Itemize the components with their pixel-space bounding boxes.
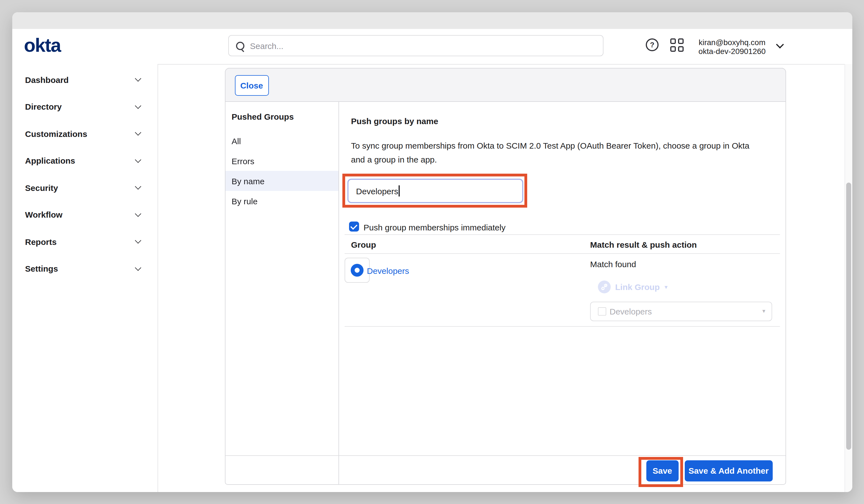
sidebar-item-label: Applications <box>25 156 75 165</box>
table-header-border <box>344 253 780 254</box>
page-title: Push groups by name <box>351 116 438 126</box>
account-org-id: okta-dev-20901260 <box>692 47 772 56</box>
sidebar-item-label: Security <box>25 183 58 192</box>
group-name-input[interactable]: Developers <box>347 179 523 203</box>
description-text: To sync group memberships from Okta to S… <box>351 139 764 166</box>
chevron-down-icon <box>135 103 141 109</box>
account-email: kiran@boxyhq.com <box>692 38 772 47</box>
chevron-down-icon <box>135 156 141 163</box>
group-icon <box>344 257 369 283</box>
group-name-value: Developers <box>356 186 398 196</box>
link-group-button[interactable]: Link Group ▼ <box>598 280 669 293</box>
panel-divider <box>338 102 339 484</box>
caret-down-icon: ▼ <box>761 308 766 314</box>
pushed-groups-title: Pushed Groups <box>231 112 294 121</box>
sidebar-item-label: Directory <box>25 102 62 111</box>
sidebar-item-label: Settings <box>25 264 58 273</box>
sidebar-item-directory[interactable]: Directory <box>25 93 145 120</box>
sidebar-item-label: Workflow <box>25 210 62 219</box>
check-icon <box>350 223 357 229</box>
push-immediately-checkbox[interactable] <box>349 221 359 231</box>
link-icon <box>598 280 611 293</box>
chevron-down-icon <box>135 237 141 244</box>
chevron-down-icon <box>135 75 141 82</box>
sidebar-item-label: Customizations <box>25 129 87 138</box>
push-groups-panel <box>225 68 786 485</box>
group-checkbox-icon <box>598 307 606 315</box>
nav-item-all[interactable]: All <box>225 131 338 151</box>
chevron-down-icon <box>135 264 141 271</box>
search-icon <box>236 41 244 50</box>
sidebar-item-reports[interactable]: Reports <box>25 228 145 255</box>
okta-logo[interactable]: okta <box>24 35 61 56</box>
apps-grid-icon[interactable] <box>670 38 684 52</box>
save-add-another-button[interactable]: Save & Add Another <box>684 460 773 481</box>
panel-toolbar <box>225 68 786 102</box>
help-icon[interactable]: ? <box>646 38 659 51</box>
global-search[interactable] <box>228 35 603 56</box>
sidebar-item-label: Dashboard <box>25 75 69 84</box>
chevron-down-icon <box>135 211 141 217</box>
sidebar-item-dashboard[interactable]: Dashboard <box>25 66 145 93</box>
nav-item-errors[interactable]: Errors <box>225 151 338 171</box>
nav-item-by-name[interactable]: By name <box>225 171 338 191</box>
grid-square <box>670 46 676 52</box>
page-root: okta ? kiran@boxyhq.com okta-dev-2090126… <box>0 0 864 504</box>
column-header-group: Group <box>351 240 376 249</box>
sidebar-item-settings[interactable]: Settings <box>25 255 145 282</box>
sidebar-item-customizations[interactable]: Customizations <box>25 120 145 147</box>
save-button[interactable]: Save <box>646 460 678 481</box>
caret-down-icon: ▼ <box>663 284 669 290</box>
nav-item-by-rule[interactable]: By rule <box>225 191 338 211</box>
sidebar-item-workflow[interactable]: Workflow <box>25 201 145 228</box>
chevron-down-icon <box>135 129 141 136</box>
chevron-down-icon <box>135 183 141 190</box>
link-group-label: Link Group <box>615 282 660 292</box>
group-name-link[interactable]: Developers <box>367 266 409 276</box>
grid-square <box>670 38 676 44</box>
account-menu[interactable]: kiran@boxyhq.com okta-dev-20901260 <box>692 38 772 56</box>
match-status: Match found <box>590 259 636 268</box>
search-input[interactable] <box>249 40 585 51</box>
app-group-value: Developers <box>610 307 761 316</box>
table-top-border <box>344 234 780 235</box>
sidebar-item-security[interactable]: Security <box>25 174 145 201</box>
sidebar-item-label: Reports <box>25 237 57 246</box>
window-titlebar[interactable] <box>12 12 852 29</box>
text-cursor <box>399 185 400 196</box>
scrollbar-thumb[interactable] <box>846 182 851 450</box>
grid-square <box>678 38 684 44</box>
column-header-match: Match result & push action <box>590 240 697 249</box>
close-button[interactable]: Close <box>235 75 268 95</box>
push-immediately-label: Push group memberships immediately <box>363 223 505 232</box>
footer-divider <box>225 455 785 456</box>
app-group-select[interactable]: Developers ▼ <box>590 301 772 321</box>
grid-square <box>678 46 684 52</box>
sidebar-item-applications[interactable]: Applications <box>25 147 145 174</box>
table-row-border <box>344 326 780 326</box>
group-ring-icon <box>350 264 363 276</box>
